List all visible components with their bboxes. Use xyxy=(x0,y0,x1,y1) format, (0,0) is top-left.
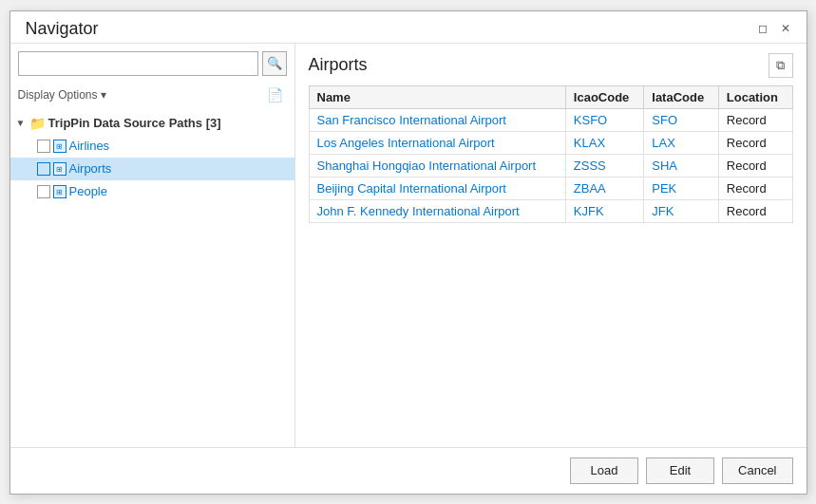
airports-label: Airports xyxy=(69,161,112,176)
title-bar: Navigator ◻ ✕ xyxy=(10,11,807,43)
table-row[interactable]: Los Angeles International AirportKLAXLAX… xyxy=(309,131,792,154)
search-row: 🔍 xyxy=(10,51,294,82)
dialog-footer: Load Edit Cancel xyxy=(10,447,807,494)
right-header: Airports ⧉ xyxy=(309,53,793,78)
cell-iata: PEK xyxy=(644,177,719,199)
left-panel: 🔍 Display Options ▾ 📄 ▼ 📁 TripPin Data xyxy=(10,44,295,447)
cell-name: Shanghai Hongqiao International Airport xyxy=(309,154,565,177)
tree-root-label: TripPin Data Source Paths [3] xyxy=(48,116,221,130)
navigator-dialog: Navigator ◻ ✕ 🔍 Display Options ▾ xyxy=(9,10,807,495)
display-options-button[interactable]: Display Options ▾ xyxy=(18,88,106,102)
cell-iata: JFK xyxy=(644,199,719,222)
airports-table-icon: ⊞ xyxy=(53,162,66,176)
new-navigator-icon: 📄 xyxy=(267,87,283,103)
cell-iata: LAX xyxy=(644,131,719,154)
preview-icon: ⧉ xyxy=(776,58,785,73)
people-table-icon: ⊞ xyxy=(53,185,66,198)
cell-name: San Francisco International Airport xyxy=(309,108,565,131)
col-header-name: Name xyxy=(309,85,565,108)
cancel-button[interactable]: Cancel xyxy=(722,457,792,484)
search-button[interactable]: 🔍 xyxy=(262,51,287,76)
tree-item-people[interactable]: ⊞ People xyxy=(10,180,294,203)
load-button[interactable]: Load xyxy=(570,457,638,484)
right-panel-title: Airports xyxy=(309,55,368,75)
cell-icao: ZSSS xyxy=(565,154,643,177)
people-label: People xyxy=(69,184,107,198)
cell-location: Record xyxy=(718,199,792,222)
folder-icon: 📁 xyxy=(30,116,46,131)
cell-iata: SHA xyxy=(644,154,719,177)
table-container: Name IcaoCode IataCode Location San Fran… xyxy=(309,85,793,223)
edit-button[interactable]: Edit xyxy=(646,457,714,484)
cell-location: Record xyxy=(718,131,792,154)
close-button[interactable]: ✕ xyxy=(776,19,795,38)
minimize-icon: ◻ xyxy=(758,22,768,35)
cell-name: John F. Kennedy International Airport xyxy=(309,199,565,222)
title-bar-controls: ◻ ✕ xyxy=(753,19,795,38)
cell-location: Record xyxy=(718,177,792,199)
tree-expand-icon: ▼ xyxy=(14,117,28,130)
cell-iata: SFO xyxy=(644,108,719,131)
col-header-iata: IataCode xyxy=(644,85,719,108)
airlines-label: Airlines xyxy=(69,139,110,153)
tree-item-airlines[interactable]: ⊞ Airlines xyxy=(10,135,294,158)
search-input[interactable] xyxy=(18,51,258,76)
tree-area: ▼ 📁 TripPin Data Source Paths [3] ⊞ Airl… xyxy=(10,112,294,447)
cell-icao: KSFO xyxy=(565,108,643,131)
display-options-chevron: ▾ xyxy=(101,88,106,102)
table-header-row: Name IcaoCode IataCode Location xyxy=(309,85,792,108)
dialog-body: 🔍 Display Options ▾ 📄 ▼ 📁 TripPin Data xyxy=(10,43,807,447)
col-header-icao: IcaoCode xyxy=(565,85,643,108)
table-row[interactable]: Beijing Capital International AirportZBA… xyxy=(309,177,792,199)
display-options-label-text: Display Options xyxy=(18,88,98,102)
cell-name: Los Angeles International Airport xyxy=(309,131,565,154)
airlines-table-icon: ⊞ xyxy=(53,140,66,153)
new-navigator-button[interactable]: 📄 xyxy=(264,84,287,106)
cell-location: Record xyxy=(718,108,792,131)
display-options-row: Display Options ▾ 📄 xyxy=(10,82,294,112)
table-row[interactable]: John F. Kennedy International AirportKJF… xyxy=(309,199,792,222)
people-checkbox[interactable] xyxy=(37,185,50,198)
airports-table: Name IcaoCode IataCode Location San Fran… xyxy=(309,85,793,223)
cell-icao: KLAX xyxy=(565,131,643,154)
tree-root-item[interactable]: ▼ 📁 TripPin Data Source Paths [3] xyxy=(10,112,294,135)
col-header-location: Location xyxy=(718,85,792,108)
preview-button[interactable]: ⧉ xyxy=(769,53,793,78)
table-row[interactable]: San Francisco International AirportKSFOS… xyxy=(309,108,792,131)
cell-icao: ZBAA xyxy=(565,177,643,199)
right-panel: Airports ⧉ Name IcaoCode IataCode Locati… xyxy=(295,44,807,447)
tree-item-airports[interactable]: ⊞ Airports xyxy=(10,158,294,180)
airlines-checkbox[interactable] xyxy=(37,140,50,153)
table-row[interactable]: Shanghai Hongqiao International AirportZ… xyxy=(309,154,792,177)
minimize-button[interactable]: ◻ xyxy=(753,19,772,38)
airports-checkbox[interactable] xyxy=(37,162,50,176)
cell-icao: KJFK xyxy=(565,199,643,222)
cell-name: Beijing Capital International Airport xyxy=(309,177,565,199)
dialog-title: Navigator xyxy=(26,19,99,39)
cell-location: Record xyxy=(718,154,792,177)
close-icon: ✕ xyxy=(781,22,790,35)
search-icon: 🔍 xyxy=(267,56,282,70)
